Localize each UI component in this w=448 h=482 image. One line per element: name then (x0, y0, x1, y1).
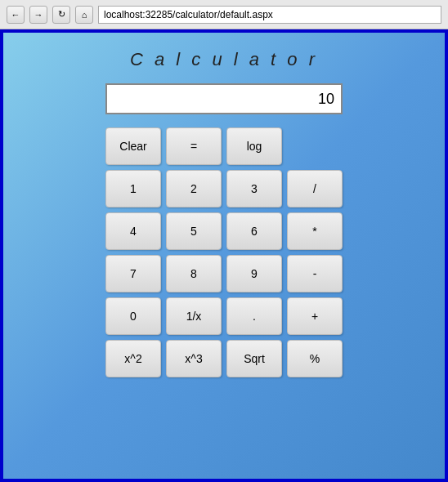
calc-btn-2[interactable]: 2 (166, 170, 222, 208)
calc-btn-5[interactable]: 5 (166, 212, 222, 250)
back-button[interactable]: ← (7, 6, 25, 24)
calc-btn-1-x[interactable]: 1/x (166, 297, 222, 335)
calc-btn--[interactable]: = (166, 127, 222, 165)
home-button[interactable]: ⌂ (75, 6, 93, 24)
calc-btn-8[interactable]: 8 (166, 255, 222, 292)
refresh-button[interactable]: ↻ (52, 6, 70, 24)
calc-btn-6[interactable]: 6 (226, 212, 282, 250)
calculator-title: C a l c u l a t o r (130, 49, 318, 70)
calc-btn-log[interactable]: log (226, 127, 282, 165)
display-value: 10 (318, 91, 334, 108)
browser-bar: ← → ↻ ⌂ localhost:32285/calculator/defau… (0, 0, 448, 29)
calc-btn-0[interactable]: 0 (105, 297, 161, 335)
calc-btn-Sqrt[interactable]: Sqrt (226, 340, 282, 377)
calc-btn-Clear[interactable]: Clear (105, 127, 161, 165)
page-wrapper: C a l c u l a t o r 10 Clear=log123/456*… (0, 29, 448, 482)
forward-button[interactable]: → (29, 6, 47, 24)
calc-btn-4[interactable]: 4 (105, 212, 161, 250)
calc-btn-3[interactable]: 3 (226, 170, 282, 208)
calc-btn-1[interactable]: 1 (105, 170, 161, 208)
calc-btn-x-3[interactable]: x^3 (166, 340, 222, 377)
calc-btn--[interactable]: + (287, 297, 343, 335)
calc-btn--[interactable]: - (287, 255, 343, 292)
address-bar[interactable]: localhost:32285/calculator/default.aspx (98, 6, 441, 24)
calc-btn-7[interactable]: 7 (105, 255, 161, 292)
calculator-display: 10 (105, 83, 343, 114)
calc-btn--[interactable]: . (226, 297, 282, 335)
calc-btn--[interactable]: / (287, 170, 343, 208)
calc-btn-x-2[interactable]: x^2 (105, 340, 161, 377)
calc-btn--[interactable]: * (287, 212, 343, 250)
calc-btn--[interactable]: % (287, 340, 343, 377)
calculator-grid: Clear=log123/456*789-01/x.+x^2x^3Sqrt% (105, 127, 343, 377)
calc-btn-9[interactable]: 9 (226, 255, 282, 292)
